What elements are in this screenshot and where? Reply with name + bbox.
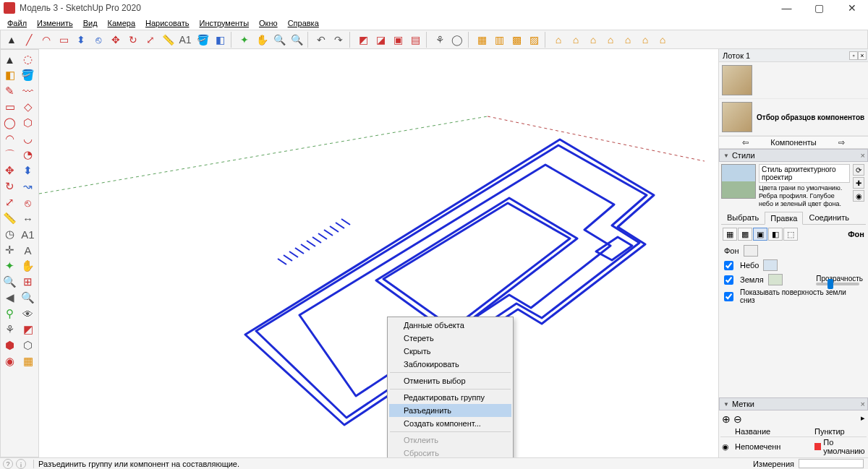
tags-close-icon[interactable]: × (861, 400, 865, 408)
text-tool-icon[interactable]: A1 (177, 32, 193, 48)
menu-view[interactable]: Вид (79, 17, 102, 29)
paint-tool-icon[interactable]: 🪣 (195, 32, 210, 48)
modeling-icon[interactable]: ⬚ (783, 228, 798, 241)
menu-file[interactable]: Файл (3, 17, 31, 29)
maximize-button[interactable]: ▢ (803, 0, 835, 16)
rotrect-icon[interactable]: ◇ (19, 99, 37, 115)
ctx-make-component[interactable]: Создать компонент... (389, 417, 511, 430)
pie-icon[interactable]: ◔ (19, 147, 37, 163)
shape-tool-icon[interactable]: ▭ (56, 32, 72, 48)
prev-icon[interactable]: ◀ (1, 290, 19, 306)
model-viewport[interactable]: Данные объекта Стереть Скрыть Заблокиров… (39, 49, 718, 457)
section2-icon[interactable]: ◩ (19, 322, 37, 337)
component-item[interactable] (719, 62, 868, 99)
ctx-erase[interactable]: Стереть (389, 332, 511, 345)
section-fill-icon[interactable]: ▤ (407, 32, 423, 48)
section-cut-icon[interactable]: ▣ (390, 32, 406, 48)
edge-settings-icon[interactable]: ▦ (723, 228, 737, 241)
component-item[interactable]: Отбор образцов компонентов (719, 99, 868, 136)
face-settings-icon[interactable]: ▩ (738, 228, 752, 241)
arc-tool-icon[interactable]: ◠ (38, 32, 54, 48)
protractor-icon[interactable]: ◷ (1, 226, 19, 242)
geo-icon[interactable]: ? (3, 459, 13, 469)
tag-menu-icon[interactable]: ▸ (861, 413, 865, 425)
ground-color-swatch[interactable] (768, 274, 783, 285)
pan2-icon[interactable]: ✋ (19, 258, 37, 274)
stdview3-icon[interactable]: ⌂ (585, 32, 601, 48)
pencil-icon[interactable]: ✎ (1, 83, 19, 99)
eraser-tool-icon[interactable]: ◧ (212, 32, 228, 48)
section-icon[interactable]: ◩ (355, 32, 371, 48)
style-update-icon[interactable]: ⟳ (853, 164, 864, 176)
sky-checkbox[interactable] (724, 261, 733, 270)
ctx-lock[interactable]: Заблокировать (389, 358, 511, 371)
transparency-slider[interactable] (816, 283, 859, 285)
lasso-icon[interactable]: ◌ (19, 51, 37, 67)
line-tool-icon[interactable]: ╱ (21, 32, 37, 48)
sandbox-icon[interactable]: ▦ (19, 353, 37, 369)
arc2-icon[interactable]: ◡ (19, 131, 37, 147)
pushpull2-icon[interactable]: ⬍ (19, 163, 37, 178)
walk2-icon[interactable]: ⚘ (1, 322, 19, 337)
ground-checkbox[interactable] (724, 275, 733, 285)
comp-next-icon[interactable]: ⇨ (838, 138, 845, 147)
select-tool-icon[interactable]: ▲ (4, 32, 20, 48)
tab-mix[interactable]: Соединить (803, 211, 855, 224)
scale-tool-icon[interactable]: ⤢ (142, 32, 158, 48)
ctx-explode[interactable]: Разъединить (389, 404, 511, 417)
orbit2-icon[interactable]: ✦ (1, 258, 19, 274)
orbit-tool-icon[interactable]: ✦ (237, 32, 252, 48)
outliner-icon[interactable]: ▦ (474, 32, 490, 48)
tab-select[interactable]: Выбрать (721, 211, 765, 224)
menu-tools[interactable]: Инструменты (195, 17, 253, 29)
zoom-tool-icon[interactable]: 🔍 (271, 32, 287, 48)
look-icon[interactable]: 👁 (19, 306, 37, 322)
rect-icon[interactable]: ▭ (1, 99, 19, 115)
walk-tool-icon[interactable]: ⚘ (432, 32, 448, 48)
solid2-icon[interactable]: ⬡ (19, 337, 37, 353)
close-button[interactable]: ✕ (835, 0, 868, 16)
stdview4-icon[interactable]: ⌂ (603, 32, 618, 48)
offset-tool-icon[interactable]: ⎋ (90, 32, 106, 48)
bg-color-swatch[interactable] (744, 245, 758, 257)
tag-remove-icon[interactable]: ⊖ (733, 413, 742, 425)
menu-edit[interactable]: Изменить (33, 17, 77, 29)
watermark-icon[interactable]: ◧ (768, 228, 783, 241)
circle-icon[interactable]: ◯ (1, 115, 19, 131)
menu-draw[interactable]: Нарисовать (141, 17, 193, 29)
tray-pin-icon[interactable]: ▫ (849, 51, 858, 60)
move2-icon[interactable]: ✥ (1, 163, 19, 178)
zoom-extents-icon[interactable]: 🔍 (289, 32, 305, 48)
polygon-icon[interactable]: ⬡ (19, 115, 37, 131)
person-icon[interactable]: ◯ (449, 32, 465, 48)
zoomext-icon[interactable]: 🔍 (19, 290, 37, 306)
tray-close-icon[interactable]: × (858, 51, 867, 60)
stdview2-icon[interactable]: ⌂ (568, 32, 584, 48)
layers-icon[interactable]: ▥ (491, 32, 507, 48)
ctx-edit-group[interactable]: Редактировать группу (389, 391, 511, 404)
menu-help[interactable]: Справка (284, 17, 323, 29)
style-new-icon[interactable]: ✚ (853, 177, 864, 189)
credit-icon[interactable]: ¡ (16, 459, 26, 469)
stdview5-icon[interactable]: ⌂ (620, 32, 636, 48)
tag-add-icon[interactable]: ⊕ (722, 413, 731, 425)
undo-icon[interactable]: ↶ (313, 32, 329, 48)
tape-tool-icon[interactable]: 📏 (160, 32, 176, 48)
rotate-tool-icon[interactable]: ↻ (125, 32, 141, 48)
dim-icon[interactable]: ↔ (19, 210, 37, 226)
eraser2-icon[interactable]: ◧ (1, 67, 19, 83)
tag-row[interactable]: ◉ Непомеченн По умолчанию (720, 437, 867, 456)
axes-icon[interactable]: ✛ (1, 242, 19, 258)
bg-settings-icon[interactable]: ▣ (753, 228, 767, 241)
pan-tool-icon[interactable]: ✋ (254, 32, 270, 48)
comp-prev-icon[interactable]: ⇦ (742, 138, 749, 147)
solid3-icon[interactable]: ◉ (1, 353, 19, 369)
freehand-icon[interactable]: 〰 (19, 83, 37, 99)
move-tool-icon[interactable]: ✥ (108, 32, 124, 48)
tag-col-dash[interactable]: Пунктир (814, 427, 865, 436)
solid1-icon[interactable]: ⬢ (1, 337, 19, 353)
position-icon[interactable]: ⚲ (1, 306, 19, 322)
measurements-input[interactable] (799, 459, 864, 468)
menu-camera[interactable]: Камера (103, 17, 140, 29)
styles-panel-header[interactable]: ▼Стили× (719, 149, 868, 162)
